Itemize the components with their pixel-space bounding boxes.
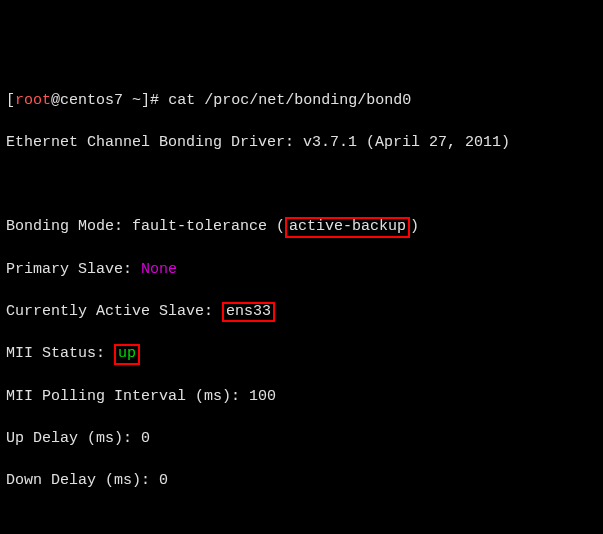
driver-line: Ethernet Channel Bonding Driver: v3.7.1 …: [6, 132, 597, 153]
primary-value: None: [141, 261, 177, 278]
blank-line: [6, 174, 597, 195]
command-text: cat /proc/net/bonding/bond0: [168, 92, 411, 109]
prompt-open: [: [6, 92, 15, 109]
prompt-user: root: [15, 92, 51, 109]
mii-value-highlight: up: [114, 344, 140, 365]
mode-value-highlight: active-backup: [285, 217, 410, 238]
mii-label: MII Status:: [6, 345, 114, 362]
active-slave-line: Currently Active Slave: ens33: [6, 301, 597, 323]
prompt-at: @: [51, 92, 60, 109]
mii-status-line: MII Status: up: [6, 343, 597, 365]
down-delay-line: Down Delay (ms): 0: [6, 470, 597, 491]
blank-line: [6, 512, 597, 533]
mode-close: ): [410, 218, 419, 235]
mode-label: Bonding Mode: fault-tolerance (: [6, 218, 285, 235]
prompt-symbol: #: [150, 92, 168, 109]
bonding-mode-line: Bonding Mode: fault-tolerance (active-ba…: [6, 216, 597, 238]
prompt-line: [root@centos7 ~]# cat /proc/net/bonding/…: [6, 90, 597, 111]
active-value-highlight: ens33: [222, 302, 275, 323]
prompt-close: ]: [141, 92, 150, 109]
mii-poll-line: MII Polling Interval (ms): 100: [6, 386, 597, 407]
primary-slave-line: Primary Slave: None: [6, 259, 597, 280]
up-delay-line: Up Delay (ms): 0: [6, 428, 597, 449]
prompt-host: centos7: [60, 92, 123, 109]
prompt-path: ~: [132, 92, 141, 109]
prompt-space: [123, 92, 132, 109]
active-label: Currently Active Slave:: [6, 303, 222, 320]
primary-label: Primary Slave:: [6, 261, 141, 278]
